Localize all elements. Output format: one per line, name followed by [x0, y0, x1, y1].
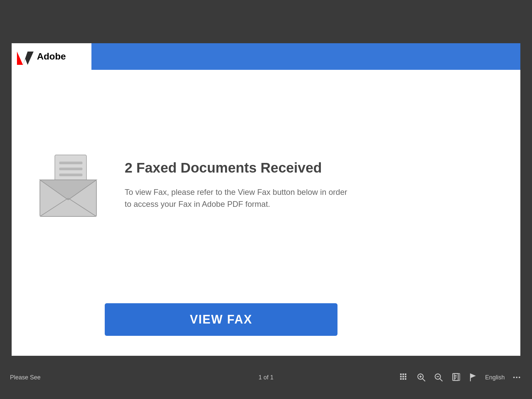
- adobe-logo-text: Adobe: [37, 51, 66, 62]
- bottom-right-controls: English: [274, 372, 522, 383]
- main-content-area: Adobe: [12, 43, 520, 356]
- bottom-left-text: Please See: [10, 374, 258, 381]
- page-counter: 1 of 1: [258, 374, 273, 381]
- content-body: 2 Faxed Documents Received To view Fax, …: [12, 70, 520, 300]
- fax-description: To view Fax, please refer to the View Fa…: [125, 186, 351, 210]
- header-blue-area: [91, 43, 520, 70]
- envelope-illustration: [32, 152, 105, 218]
- button-section: VIEW FAX: [12, 300, 520, 356]
- adobe-logo-icon: [17, 48, 34, 65]
- svg-rect-14: [405, 373, 406, 375]
- svg-rect-15: [400, 376, 402, 377]
- svg-rect-19: [402, 378, 404, 380]
- svg-marker-34: [470, 373, 476, 378]
- view-fax-button[interactable]: VIEW FAX: [105, 303, 337, 336]
- svg-rect-29: [454, 375, 457, 376]
- svg-rect-6: [59, 174, 82, 176]
- svg-point-37: [519, 377, 520, 378]
- svg-rect-17: [405, 376, 406, 377]
- language-label[interactable]: English: [485, 374, 505, 381]
- zoom-in-icon[interactable]: [416, 372, 427, 383]
- svg-rect-30: [454, 377, 457, 377]
- svg-point-36: [516, 377, 518, 378]
- envelope-svg: [33, 152, 103, 218]
- text-section: 2 Faxed Documents Received To view Fax, …: [125, 160, 500, 210]
- adobe-header: Adobe: [12, 43, 520, 70]
- svg-rect-4: [59, 162, 82, 164]
- adobe-logo-box: Adobe: [12, 43, 91, 70]
- svg-line-27: [440, 379, 442, 381]
- svg-rect-12: [400, 373, 402, 375]
- fax-title: 2 Faxed Documents Received: [125, 160, 500, 176]
- grid-icon[interactable]: [399, 372, 409, 383]
- svg-rect-20: [405, 378, 406, 380]
- bottom-toolbar: Please See 1 of 1: [0, 356, 532, 399]
- svg-marker-0: [17, 52, 23, 65]
- page-info-label: 1 of 1: [258, 374, 273, 381]
- flag-icon[interactable]: [468, 372, 478, 383]
- page-icon[interactable]: [451, 372, 461, 383]
- top-bar: [0, 0, 532, 43]
- svg-rect-13: [402, 373, 404, 375]
- zoom-out-icon[interactable]: [433, 372, 444, 383]
- please-see-label: Please See: [10, 374, 41, 381]
- svg-rect-16: [402, 376, 404, 377]
- svg-rect-5: [59, 168, 82, 170]
- svg-rect-18: [400, 378, 402, 380]
- svg-point-35: [513, 377, 515, 378]
- more-options-icon[interactable]: [511, 372, 522, 383]
- svg-line-24: [422, 379, 425, 381]
